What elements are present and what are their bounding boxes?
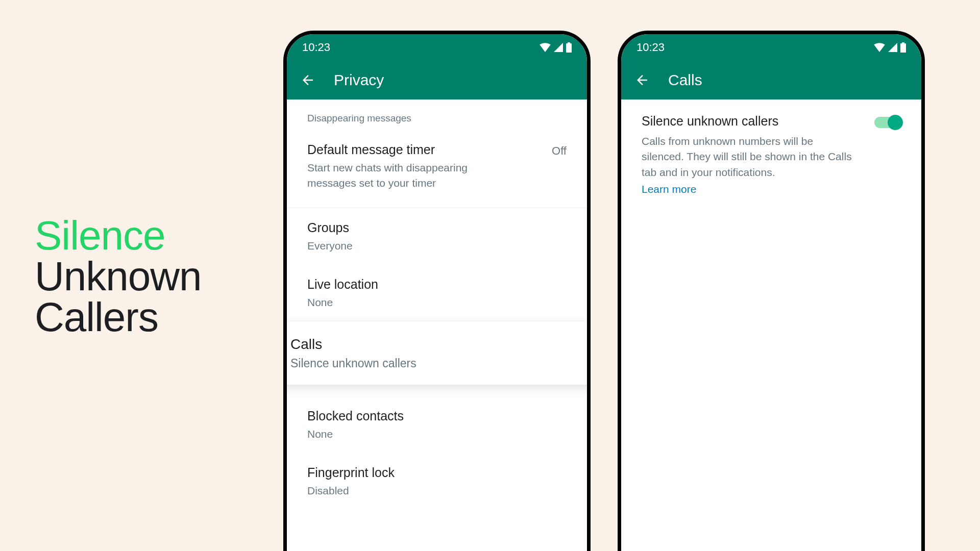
row-subtitle: Silence unknown callers <box>290 357 591 370</box>
row-subtitle: Start new chats with disappearing messag… <box>307 160 511 191</box>
svg-rect-3 <box>902 42 904 44</box>
silence-callers-toggle[interactable] <box>874 117 901 128</box>
row-fingerprint-lock[interactable]: Fingerprint lock Disabled <box>287 451 587 508</box>
settings-content: Silence unknown callers Calls from unkno… <box>621 99 921 206</box>
svg-rect-2 <box>900 43 906 53</box>
back-button[interactable] <box>634 72 650 88</box>
row-calls-highlighted[interactable]: Calls Silence unknown callers <box>283 322 591 385</box>
row-subtitle: Everyone <box>307 238 511 254</box>
row-title: Default message timer <box>307 142 567 157</box>
arrow-left-icon <box>634 72 650 88</box>
section-header-disappearing: Disappearing messages <box>287 99 587 133</box>
status-bar: 10:23 <box>287 34 587 61</box>
phone-calls-screen: 10:23 Calls Silence unknown callers Call… <box>618 31 925 551</box>
divider <box>287 208 587 208</box>
row-title: Blocked contacts <box>307 409 567 423</box>
row-subtitle: None <box>307 295 511 310</box>
signal-icon <box>554 43 563 52</box>
learn-more-link[interactable]: Learn more <box>642 183 864 195</box>
status-time: 10:23 <box>636 41 665 54</box>
svg-rect-1 <box>568 42 570 44</box>
headline-line-1: Silence <box>35 215 202 256</box>
screen-title: Calls <box>668 71 702 89</box>
signal-icon <box>888 43 897 52</box>
toggle-knob-icon <box>888 115 903 130</box>
row-value: Off <box>552 144 567 158</box>
back-button[interactable] <box>300 72 315 88</box>
row-blocked-contacts[interactable]: Blocked contacts None <box>287 396 587 451</box>
status-icons <box>874 42 906 53</box>
row-default-message-timer[interactable]: Default message timer Start new chats wi… <box>287 133 587 201</box>
setting-description: Calls from unknown numbers will be silen… <box>642 134 856 180</box>
setting-title: Silence unknown callers <box>642 114 864 129</box>
settings-content: Disappearing messages Default message ti… <box>287 99 587 508</box>
app-bar: Privacy <box>287 61 587 99</box>
row-subtitle: None <box>307 427 511 442</box>
svg-rect-0 <box>566 43 572 53</box>
row-silence-unknown-callers[interactable]: Silence unknown callers Calls from unkno… <box>621 99 921 206</box>
battery-icon <box>566 42 572 53</box>
app-bar: Calls <box>621 61 921 99</box>
row-title: Calls <box>290 336 591 353</box>
status-bar: 10:23 <box>621 34 921 61</box>
wifi-icon <box>874 43 885 52</box>
status-time: 10:23 <box>302 41 330 54</box>
wifi-icon <box>540 43 551 52</box>
screen-title: Privacy <box>334 71 384 89</box>
row-title: Live location <box>307 277 567 292</box>
row-groups[interactable]: Groups Everyone <box>287 211 587 263</box>
battery-icon <box>900 42 906 53</box>
arrow-left-icon <box>300 72 315 88</box>
row-live-location[interactable]: Live location None <box>287 263 587 319</box>
row-title: Fingerprint lock <box>307 465 567 480</box>
row-subtitle: Disabled <box>307 483 511 498</box>
status-icons <box>540 42 572 53</box>
headline-line-2: Unknown <box>35 256 202 297</box>
feature-headline: Silence Unknown Callers <box>35 215 202 338</box>
headline-line-3: Callers <box>35 297 202 338</box>
phone-privacy-screen: 10:23 Privacy Disappearing messages Defa… <box>283 31 591 551</box>
row-title: Groups <box>307 220 567 235</box>
